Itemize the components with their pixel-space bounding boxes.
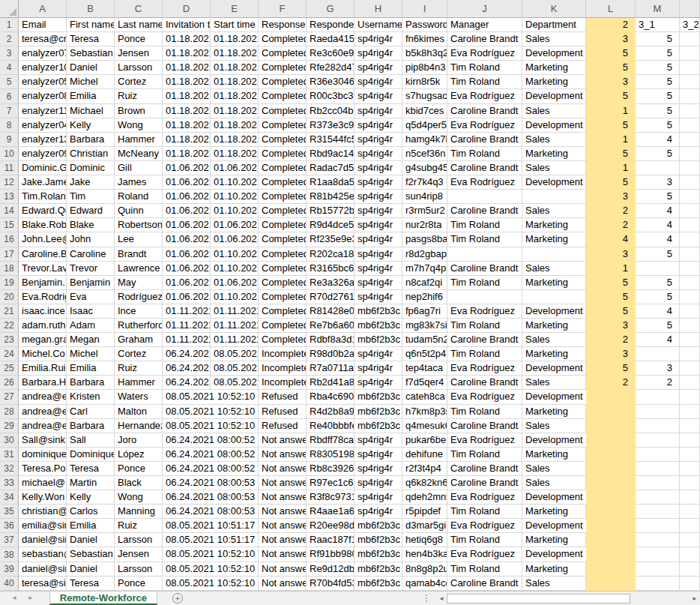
cell-F6[interactable]: Completed: [259, 89, 307, 103]
cell-F16[interactable]: Completed: [259, 232, 307, 247]
cell-H19[interactable]: sp4rig4r: [354, 276, 402, 290]
column-header-L[interactable]: L: [586, 0, 636, 18]
scrollbar-thumb[interactable]: [447, 594, 630, 604]
cell-E19[interactable]: 01.06.2021: [211, 276, 259, 290]
cell-H15[interactable]: sp4rig4r: [354, 218, 402, 232]
cell-D7[interactable]: 01.18.2021: [163, 104, 211, 118]
cell-I1[interactable]: Password: [402, 18, 447, 32]
cell-C35[interactable]: Manning: [115, 505, 163, 519]
cell-G20[interactable]: R70d2761: [307, 290, 354, 304]
cell-M37[interactable]: [636, 533, 680, 547]
cell-E10[interactable]: 01.18.2021: [211, 147, 259, 161]
cell-L4[interactable]: 5: [586, 61, 636, 75]
cell-F7[interactable]: Completed: [259, 104, 307, 118]
cell-M19[interactable]: 5: [636, 276, 680, 290]
column-header-C[interactable]: C: [115, 0, 163, 18]
cell-B38[interactable]: Sebastian: [67, 547, 115, 562]
cell-E2[interactable]: 01.18.2021: [211, 32, 259, 46]
cell-E15[interactable]: 01.06.2021: [211, 218, 259, 232]
cell-F32[interactable]: Not answered: [259, 462, 307, 476]
cell-H1[interactable]: Username: [354, 18, 402, 32]
cell-I31[interactable]: dehifune: [402, 448, 447, 462]
cell-K39[interactable]: Marketing: [522, 562, 586, 577]
cell-B26[interactable]: Barbara: [67, 376, 115, 390]
cell-A18[interactable]: Trevor.Lav: [19, 262, 67, 276]
cell-C16[interactable]: Lee: [115, 232, 163, 247]
cell-F39[interactable]: Not answered: [259, 562, 307, 577]
cell-A26[interactable]: Barbara.H: [19, 376, 67, 390]
cell-L20[interactable]: 5: [586, 290, 636, 304]
cell-J24[interactable]: Tim Roland: [447, 347, 522, 361]
cell-J15[interactable]: Tim Roland: [447, 218, 522, 232]
cell-H14[interactable]: sp4rig4r: [354, 204, 402, 218]
cell-F35[interactable]: Not answered: [259, 505, 307, 519]
cell-A11[interactable]: Dominic.G: [19, 161, 67, 175]
cell-N37[interactable]: [680, 533, 700, 547]
cell-K20[interactable]: [522, 290, 586, 304]
cell-J14[interactable]: Caroline Brandt: [447, 204, 522, 218]
cell-I35[interactable]: r5pipdef: [402, 505, 447, 519]
cell-I16[interactable]: pasgs8ba: [402, 232, 447, 247]
cell-I32[interactable]: r2f3t4p4: [402, 462, 447, 476]
cell-I26[interactable]: f7d5qer4: [402, 376, 447, 390]
cell-E22[interactable]: 01.11.2021: [211, 319, 259, 333]
cell-I27[interactable]: cateh8ca: [402, 390, 447, 404]
cell-M20[interactable]: 5: [636, 290, 680, 304]
row-header-2[interactable]: 2: [0, 32, 19, 46]
cell-K33[interactable]: Sales: [522, 476, 586, 490]
cell-B5[interactable]: Michel: [67, 75, 115, 89]
cell-K15[interactable]: Marketing: [522, 218, 586, 232]
cell-B36[interactable]: Emilia: [67, 519, 115, 533]
cell-K17[interactable]: [522, 247, 586, 262]
cell-L27[interactable]: [586, 390, 636, 404]
row-header-6[interactable]: 6: [0, 89, 19, 103]
cell-C37[interactable]: Larsson: [115, 533, 163, 547]
cell-N1[interactable]: 3_2: [680, 18, 700, 32]
cell-A27[interactable]: andrea@e: [19, 390, 67, 404]
column-header-partial[interactable]: [680, 0, 700, 18]
cell-L38[interactable]: [586, 547, 636, 562]
cell-B18[interactable]: Trevor: [67, 262, 115, 276]
cell-I13[interactable]: sun4rip8: [402, 190, 447, 204]
cell-C6[interactable]: Ruiz: [115, 89, 163, 103]
cell-G8[interactable]: R373e3c94: [307, 118, 354, 133]
cell-G11[interactable]: Radac7d50: [307, 161, 354, 175]
cell-K16[interactable]: Marketing: [522, 232, 586, 247]
cell-F13[interactable]: Completed: [259, 190, 307, 204]
cell-F15[interactable]: Completed: [259, 218, 307, 232]
row-header-13[interactable]: 13: [0, 190, 19, 204]
cell-B2[interactable]: Teresa: [67, 32, 115, 46]
cell-E14[interactable]: 01.10.2021: [211, 204, 259, 218]
cell-C9[interactable]: Hammer: [115, 133, 163, 147]
cell-L2[interactable]: 3: [586, 32, 636, 46]
cell-I21[interactable]: fp6ag7ri: [402, 304, 447, 319]
cell-D28[interactable]: 08.05.2021 10:52:10: [163, 405, 211, 419]
cell-M38[interactable]: [636, 547, 680, 562]
cell-D15[interactable]: 01.06.2021: [163, 218, 211, 232]
cell-D13[interactable]: 01.06.2021: [163, 190, 211, 204]
cell-B29[interactable]: Barbara: [67, 419, 115, 433]
cell-I22[interactable]: mg83k7si: [402, 319, 447, 333]
cell-J32[interactable]: Caroline Brandt: [447, 462, 522, 476]
cell-G27[interactable]: Rba4c690f: [307, 390, 354, 404]
cell-B15[interactable]: Blake: [67, 218, 115, 232]
row-header-18[interactable]: 18: [0, 262, 19, 276]
cell-G17[interactable]: R202ca18: [307, 247, 354, 262]
column-header-J[interactable]: J: [447, 0, 522, 18]
cell-I40[interactable]: qamab4ce: [402, 577, 447, 591]
row-header-37[interactable]: 37: [0, 533, 19, 547]
cell-I3[interactable]: b5k8h3q2: [402, 46, 447, 61]
cell-A12[interactable]: Jake.Jame: [19, 175, 67, 190]
cell-F23[interactable]: Completed: [259, 333, 307, 347]
cell-L40[interactable]: [586, 577, 636, 591]
cell-J27[interactable]: Eva Rodríguez: [447, 390, 522, 404]
cell-K12[interactable]: Development: [522, 175, 586, 190]
cell-K32[interactable]: Sales: [522, 462, 586, 476]
cell-C31[interactable]: López: [115, 448, 163, 462]
cell-F24[interactable]: Incomplete: [259, 347, 307, 361]
row-header-4[interactable]: 4: [0, 61, 19, 75]
cell-K4[interactable]: Marketing: [522, 61, 586, 75]
cell-H28[interactable]: mb6f2b3c: [354, 405, 402, 419]
cell-A37[interactable]: daniel@sin: [19, 533, 67, 547]
cell-K14[interactable]: Sales: [522, 204, 586, 218]
